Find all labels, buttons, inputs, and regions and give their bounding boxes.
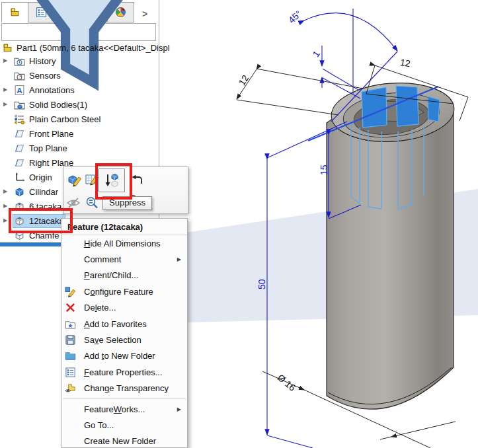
menu-item-label: Go To... — [84, 420, 114, 430]
menu-item-add-to-favorites[interactable]: Add to Favorites — [61, 316, 187, 332]
plane-icon — [14, 128, 25, 139]
menu-item-comment[interactable]: Comment▶ — [61, 251, 187, 267]
menu-item-label: Add to Favorites — [84, 319, 147, 329]
menu-item-no-icon — [64, 254, 77, 265]
menu-item-feature-properties[interactable]: Feature Properties... — [61, 364, 187, 380]
tree-item-label: Solid Bodies(1) — [29, 100, 87, 110]
submenu-arrow-icon: ▶ — [177, 406, 181, 412]
tree-item-label: Sensors — [29, 71, 61, 81]
rollback-bar[interactable] — [0, 243, 61, 246]
tree-item-label: Annotations — [29, 85, 75, 95]
suppress-icon — [104, 172, 120, 188]
menu-separator — [63, 398, 186, 399]
tree-item-label: 6 tacaka — [29, 202, 61, 211]
menu-item-parent-child[interactable]: Parent/Child... — [61, 268, 187, 283]
menu-item-add-to-new-folder[interactable]: Add to New Folder — [61, 348, 187, 364]
expand-arrow-icon[interactable]: ▶ — [3, 58, 7, 63]
menu-item-change-transparency[interactable]: Change Transparency — [61, 381, 187, 396]
menu-item-no-icon — [64, 404, 77, 415]
menu-item-label: Hide All Dimensions — [84, 239, 161, 248]
sensors-icon — [14, 70, 25, 81]
menu-item-label: Feature Properties... — [84, 367, 163, 377]
favorites-icon — [64, 318, 77, 330]
expand-arrow-icon[interactable]: ▶ — [3, 218, 7, 223]
tree-item-label: Cilindar — [29, 187, 58, 197]
history-icon — [14, 56, 25, 67]
rollback-icon — [130, 174, 143, 187]
eye-slash-icon — [66, 196, 81, 210]
plane-icon — [14, 143, 25, 154]
save-selection-icon — [64, 334, 77, 346]
menu-item-label: Configure Feature — [84, 287, 153, 297]
dim-diameter: Ø 16 — [276, 372, 298, 393]
feature-properties-icon — [64, 367, 77, 378]
menu-item-label: Save Selection — [84, 335, 141, 345]
tree-item-label: 12tacaka — [29, 216, 64, 226]
cut-extrude-icon — [14, 215, 25, 227]
edit-sketch-icon — [85, 172, 99, 187]
menu-item-label: Parent/Child... — [84, 270, 138, 280]
tree-item-label: History — [29, 56, 56, 66]
cylinder-model[interactable] — [327, 79, 456, 410]
delete-icon — [64, 302, 77, 313]
expand-arrow-icon[interactable]: ▶ — [3, 189, 7, 194]
menu-item-label: Create New Folder — [84, 436, 156, 446]
menu-item-save-selection[interactable]: Save Selection — [61, 332, 187, 348]
tree-item-label: Top Plane — [29, 143, 67, 153]
tree-item-label: Front Plane — [29, 129, 73, 139]
menu-item-hide-all-dimensions[interactable]: Hide All Dimensions — [61, 235, 187, 251]
submenu-arrow-icon: ▶ — [177, 256, 181, 262]
magnifier-icon — [85, 196, 99, 210]
chamfer-icon — [14, 230, 25, 241]
dim-depth: 15 — [319, 165, 329, 175]
suppress-button[interactable] — [99, 168, 125, 192]
menu-item-label: Add to New Folder — [84, 351, 155, 361]
part-icon — [2, 42, 13, 54]
transparency-icon — [64, 383, 77, 394]
tree-filter-input[interactable] — [1, 23, 156, 41]
menu-item-label: Comment — [84, 254, 121, 264]
feature-context-menu: Feature (12tacaka) Hide All DimensionsCo… — [61, 218, 188, 448]
dim-angle: 45° — [286, 9, 303, 26]
menu-item-featureworks[interactable]: FeatureWorks...▶ — [61, 401, 187, 417]
menu-item-no-icon — [64, 270, 77, 281]
menu-item-configure-feature[interactable]: Configure Feature — [61, 283, 187, 299]
boss-extrude-icon — [14, 186, 25, 198]
dim-width-left: 12 — [237, 73, 251, 87]
menu-item-go-to[interactable]: Go To... — [61, 417, 187, 433]
rollback-button[interactable] — [128, 172, 145, 189]
zoom-to-selection-button[interactable] — [83, 194, 100, 211]
expand-arrow-icon[interactable]: ▶ — [3, 204, 7, 209]
part-title: Part1 (50mm, 6 tacaka<<Default>_Displ — [17, 43, 170, 53]
configure-feature-icon — [64, 286, 77, 297]
tree-item-label: Chamfe — [29, 231, 60, 241]
suppress-tooltip: Suppress — [102, 196, 152, 210]
menu-item-delete[interactable]: Delete... — [61, 300, 187, 316]
annotations-icon: A — [14, 85, 25, 96]
solid-bodies-icon — [14, 99, 25, 110]
hide-button[interactable] — [65, 194, 82, 211]
dim-step: 1 — [310, 49, 322, 59]
menu-item-no-icon — [64, 238, 77, 249]
edit-feature-button[interactable] — [66, 171, 83, 188]
edit-feature-icon — [67, 172, 82, 187]
menu-item-create-new-folder[interactable]: Create New Folder — [61, 433, 187, 448]
svg-text:A: A — [17, 86, 22, 94]
cut-extrude-icon — [14, 201, 25, 212]
tree-item-label: Plain Carbon Steel — [29, 114, 100, 124]
origin-icon — [14, 172, 25, 183]
material-icon — [14, 114, 25, 125]
tree-item-label: Origin — [29, 172, 52, 182]
expand-arrow-icon[interactable]: ▶ — [3, 102, 7, 107]
menu-item-no-icon — [64, 435, 77, 447]
new-folder-icon — [64, 350, 77, 361]
dim-height: 50 — [257, 279, 267, 289]
dim-width-right: 12 — [399, 57, 411, 69]
filter-funnel-icon — [4, 0, 155, 109]
plane-icon — [14, 157, 25, 168]
menu-item-label: Delete... — [84, 303, 116, 313]
menu-item-no-icon — [64, 420, 77, 431]
context-menu-header: Feature (12tacaka) — [61, 219, 187, 235]
expand-arrow-icon[interactable]: ▶ — [3, 87, 7, 93]
menu-item-label: FeatureWorks... — [84, 404, 145, 414]
